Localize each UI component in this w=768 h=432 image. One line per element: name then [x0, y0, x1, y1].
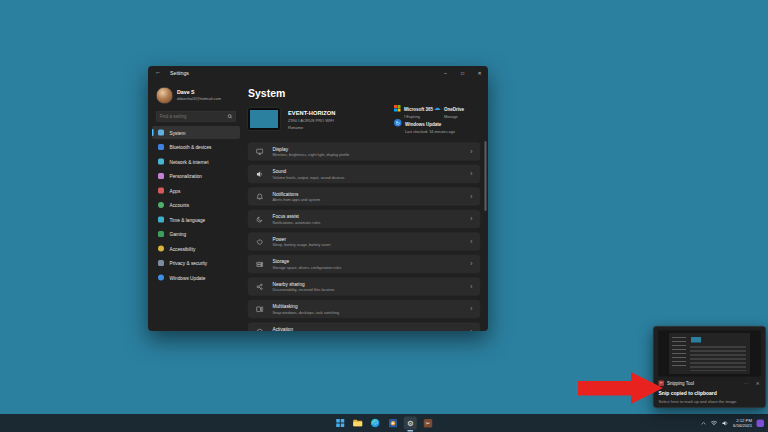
windows-update-title: Windows Update — [405, 122, 441, 127]
search-input[interactable] — [160, 112, 225, 122]
page-title: System — [248, 87, 285, 99]
microsoft365-status[interactable]: Microsoft 365 !Expiring — [394, 104, 433, 119]
sidebar-item-windows-update[interactable]: Windows Update — [152, 271, 240, 284]
user-avatar[interactable] — [156, 87, 173, 104]
back-icon[interactable]: ← — [155, 69, 161, 76]
windows-update-status[interactable]: ↻ Windows Update Last checked: 34 minute… — [394, 119, 455, 134]
close-button[interactable]: ✕ — [471, 66, 488, 80]
scrollbar[interactable] — [485, 141, 487, 211]
tray-chevron-up-icon[interactable] — [701, 421, 706, 425]
edge-button[interactable] — [369, 417, 382, 430]
focus-assist-icon — [256, 216, 264, 224]
card-subtitle: Monitors, brightness, night light, displ… — [273, 153, 350, 158]
device-thumbnail — [248, 108, 280, 130]
photos-icon — [389, 419, 398, 428]
sidebar-item-accessibility[interactable]: Accessibility — [152, 242, 240, 255]
settings-card-storage[interactable]: Storage Storage space, drives, configura… — [248, 255, 480, 273]
sidebar-item-label: Accounts — [170, 202, 190, 208]
search-box[interactable] — [156, 111, 236, 122]
file-explorer-button[interactable] — [351, 417, 364, 430]
device-model: Z390 I AORUS PRO WIFI — [288, 118, 334, 123]
onedrive-status[interactable]: ☁ OneDrive Manage — [434, 104, 464, 119]
microsoft365-title: Microsoft 365 — [404, 107, 433, 112]
card-title: Sound — [273, 169, 287, 175]
settings-card-nearby-sharing[interactable]: Nearby sharing Discoverability, received… — [248, 278, 480, 296]
sidebar-item-gaming[interactable]: Gaming — [152, 228, 240, 241]
snip-mini-device — [691, 337, 701, 343]
card-title: Display — [273, 146, 289, 152]
card-subtitle: Volume levels, output, input, sound devi… — [273, 175, 345, 180]
accessibility-icon — [158, 246, 164, 252]
sidebar-item-accounts[interactable]: Accounts — [152, 199, 240, 212]
edge-icon — [371, 419, 380, 428]
settings-taskbar-button[interactable]: ⚙ — [404, 417, 417, 430]
tray-date: 6/16/2021 — [733, 423, 752, 428]
screenshot-root: ← Settings – □ ✕ Dave S ddoeshal3@hotmai… — [0, 0, 768, 432]
device-name: EVENT-HORIZON — [288, 110, 335, 116]
gaming-icon — [158, 231, 164, 237]
multitasking-icon — [256, 306, 264, 314]
settings-card-multitasking[interactable]: Multitasking Snap windows, desktops, tas… — [248, 300, 480, 318]
windows-update-icon — [158, 275, 164, 281]
sidebar-item-network[interactable]: Network & internet — [152, 155, 240, 168]
toast-close-icon[interactable]: ✕ — [756, 381, 760, 386]
chevron-right-icon: › — [470, 170, 472, 178]
settings-card-notifications[interactable]: Notifications Alerts from apps and syste… — [248, 188, 480, 206]
photos-button[interactable] — [386, 417, 399, 430]
rename-button[interactable]: Rename — [288, 125, 303, 130]
sidebar-item-label: Personalization — [170, 173, 202, 179]
wifi-icon[interactable] — [711, 420, 718, 426]
card-subtitle: Storage space, drives, configuration rul… — [273, 265, 342, 270]
toast-header: ✂ Snipping Tool ··· ✕ — [659, 380, 762, 387]
bluetooth-icon — [158, 144, 164, 150]
user-name: Dave S — [177, 89, 195, 95]
sidebar-item-apps[interactable]: Apps — [152, 184, 240, 197]
settings-card-sound[interactable]: Sound Volume levels, output, input, soun… — [248, 165, 480, 183]
snip-preview-thumbnail[interactable] — [658, 331, 761, 377]
sidebar-item-system[interactable]: System — [152, 126, 240, 139]
settings-card-display[interactable]: Display Monitors, brightness, night ligh… — [248, 143, 480, 161]
toast-subtitle: Select here to mark up and share the ima… — [659, 400, 763, 405]
snipping-tool-button[interactable]: ✂ — [421, 417, 434, 430]
onedrive-subtitle: Manage — [444, 114, 464, 119]
snipping-tool-toast[interactable]: ✂ Snipping Tool ··· ✕ Snip copied to cli… — [653, 326, 766, 408]
card-subtitle: Notifications, automatic rules — [273, 220, 321, 225]
microsoft365-subtitle: Expiring — [406, 114, 420, 119]
sidebar-item-bluetooth[interactable]: Bluetooth & devices — [152, 141, 240, 154]
display-icon — [256, 148, 264, 156]
onedrive-icon: ☁ — [434, 104, 441, 119]
warning-icon: ! — [404, 114, 405, 119]
card-subtitle: Alerts from apps and system — [273, 198, 321, 203]
windows-update-subtitle: Last checked: 34 minutes ago — [405, 129, 455, 134]
sidebar-item-label: Time & language — [170, 217, 206, 223]
windows-logo-icon — [336, 419, 344, 427]
settings-card-power[interactable]: Power Sleep, battery usage, battery save… — [248, 233, 480, 251]
titlebar[interactable]: ← Settings – □ ✕ — [148, 66, 488, 80]
card-title: Nearby sharing — [273, 281, 305, 287]
chevron-right-icon: › — [470, 328, 472, 332]
minimize-button[interactable]: – — [437, 66, 454, 80]
volume-icon[interactable] — [722, 420, 729, 426]
sidebar-item-privacy[interactable]: Privacy & security — [152, 257, 240, 270]
settings-card-activation[interactable]: Activation › — [248, 323, 480, 332]
toast-more-icon[interactable]: ··· — [744, 381, 750, 386]
maximize-button[interactable]: □ — [454, 66, 471, 80]
sidebar-item-label: Bluetooth & devices — [170, 144, 212, 150]
clock[interactable]: 2:12 PM 6/16/2021 — [733, 418, 752, 429]
sidebar-item-personalization[interactable]: Personalization — [152, 170, 240, 183]
desktop: ← Settings – □ ✕ Dave S ddoeshal3@hotmai… — [0, 0, 768, 432]
snipping-tool-icon: ✂ — [424, 419, 433, 428]
chevron-right-icon: › — [470, 283, 472, 291]
start-button[interactable] — [334, 417, 347, 430]
chevron-right-icon: › — [470, 148, 472, 156]
chevron-right-icon: › — [470, 193, 472, 201]
notification-center-icon[interactable] — [757, 419, 765, 427]
nearby-sharing-icon — [256, 283, 264, 291]
card-title: Notifications — [273, 191, 299, 197]
notifications-icon — [256, 193, 264, 201]
snipping-tool-toast-icon: ✂ — [659, 380, 665, 386]
settings-card-focus-assist[interactable]: Focus assist Notifications, automatic ru… — [248, 210, 480, 228]
gear-icon: ⚙ — [407, 419, 414, 428]
snip-mini-window — [669, 333, 750, 374]
sidebar-item-time-language[interactable]: Time & language — [152, 213, 240, 226]
